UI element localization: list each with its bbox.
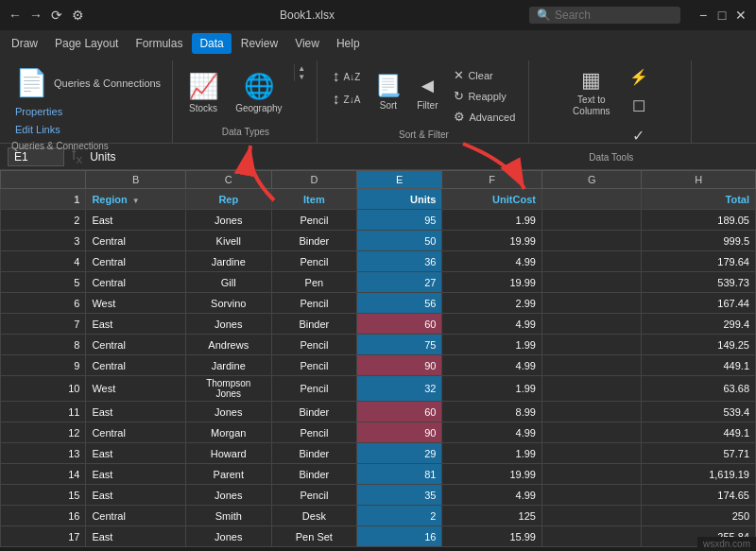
cell-e17[interactable]: 16 — [357, 526, 442, 547]
cell-b10[interactable]: West — [86, 376, 185, 402]
col-header-d[interactable]: D — [271, 171, 356, 189]
cell-e7[interactable]: 60 — [357, 314, 442, 335]
cell-d4[interactable]: Pencil — [271, 251, 356, 272]
cell-e14[interactable]: 81 — [357, 464, 442, 485]
col-header-b[interactable]: B — [86, 171, 185, 189]
cell-f2[interactable]: 1.99 — [442, 210, 541, 231]
cell-d3[interactable]: Binder — [271, 231, 356, 251]
menu-view[interactable]: View — [287, 33, 327, 54]
menu-draw[interactable]: Draw — [4, 33, 45, 54]
cell-e10[interactable]: 32 — [357, 376, 442, 402]
cell-d10[interactable]: Pencil — [271, 376, 356, 402]
cell-e12[interactable]: 90 — [357, 422, 442, 443]
cell-d8[interactable]: Pencil — [271, 335, 356, 355]
cell-g16[interactable]: 250 — [642, 506, 756, 526]
search-bar[interactable]: 🔍 — [529, 7, 680, 24]
sort-az-btn[interactable]: ↕ A↓Z — [327, 66, 367, 87]
cell-c5[interactable]: Gill — [185, 272, 271, 293]
menu-data[interactable]: Data — [192, 33, 231, 54]
cell-d11[interactable]: Binder — [271, 402, 356, 422]
cell-g3[interactable]: 999.5 — [642, 231, 756, 251]
cell-c13[interactable]: Howard — [185, 443, 271, 464]
cell-f15[interactable]: 4.99 — [442, 485, 541, 506]
cell-g6[interactable]: 167.44 — [642, 293, 756, 314]
cell-g9[interactable]: 449.1 — [642, 355, 756, 376]
flash-fill-btn[interactable]: ⚡ — [622, 64, 656, 90]
cell-f9[interactable]: 4.99 — [442, 355, 541, 376]
cell-g15[interactable]: 174.65 — [642, 485, 756, 506]
advanced-btn[interactable]: ⚙ Advanced — [448, 108, 521, 126]
cell-c3[interactable]: Kivell — [185, 231, 271, 251]
reapply-btn[interactable]: ↻ Reapply — [448, 87, 521, 105]
cell-g13[interactable]: 57.71 — [642, 443, 756, 464]
cell-f17[interactable]: 15.99 — [442, 526, 541, 547]
cell-f10[interactable]: 1.99 — [442, 376, 541, 402]
cell-e3[interactable]: 50 — [357, 231, 442, 251]
cell-f6[interactable]: 2.99 — [442, 293, 541, 314]
header-unitcost[interactable]: UnitCost — [442, 189, 541, 210]
cell-d7[interactable]: Binder — [271, 314, 356, 335]
cell-b5[interactable]: Central — [86, 272, 185, 293]
cell-d17[interactable]: Pen Set — [271, 526, 356, 547]
cell-c16[interactable]: Smith — [185, 506, 271, 526]
forward-btn[interactable]: → — [28, 8, 43, 23]
close-btn[interactable]: ✕ — [733, 8, 748, 23]
cell-g12[interactable]: 449.1 — [642, 422, 756, 443]
cell-g11[interactable]: 539.4 — [642, 402, 756, 422]
cell-c6[interactable]: Sorvino — [185, 293, 271, 314]
cell-f12[interactable]: 4.99 — [442, 422, 541, 443]
cell-b12[interactable]: Central — [86, 422, 185, 443]
cell-d14[interactable]: Binder — [271, 464, 356, 485]
cell-b8[interactable]: Central — [86, 335, 185, 355]
ribbon-btn-queries[interactable]: 📄 Queries & Connections — [11, 64, 164, 101]
cell-g4[interactable]: 179.64 — [642, 251, 756, 272]
cell-b3[interactable]: Central — [86, 231, 185, 251]
cell-b17[interactable]: East — [86, 526, 185, 547]
col-header-e[interactable]: E — [357, 171, 442, 189]
cell-b14[interactable]: East — [86, 464, 185, 485]
cell-f16[interactable]: 125 — [442, 506, 541, 526]
ribbon-btn-sort[interactable]: 📃 Sort — [369, 64, 406, 121]
cell-c9[interactable]: Jardine — [185, 355, 271, 376]
cell-f14[interactable]: 19.99 — [442, 464, 541, 485]
menu-page-layout[interactable]: Page Layout — [47, 33, 126, 54]
cell-d9[interactable]: Pencil — [271, 355, 356, 376]
menu-help[interactable]: Help — [329, 33, 368, 54]
col-header-c[interactable]: C — [185, 171, 271, 189]
cell-g5[interactable]: 539.73 — [642, 272, 756, 293]
header-total[interactable]: Total — [642, 189, 756, 210]
cell-g10[interactable]: 63.68 — [642, 376, 756, 402]
cell-g14[interactable]: 1,619.19 — [642, 464, 756, 485]
search-input[interactable] — [555, 9, 668, 22]
ribbon-btn-geography[interactable]: 🌐 Geography — [230, 64, 287, 121]
cell-b4[interactable]: Central — [86, 251, 185, 272]
ribbon-btn-stocks[interactable]: 📈 Stocks — [182, 64, 224, 121]
cell-e5[interactable]: 27 — [357, 272, 442, 293]
menu-review[interactable]: Review — [233, 33, 285, 54]
ribbon-btn-filter[interactable]: ◄ Filter — [410, 64, 444, 121]
cell-f7[interactable]: 4.99 — [442, 314, 541, 335]
cell-b15[interactable]: East — [86, 485, 185, 506]
header-rep[interactable]: Rep — [185, 189, 271, 210]
maximize-btn[interactable]: □ — [714, 8, 730, 23]
cell-f8[interactable]: 1.99 — [442, 335, 541, 355]
cell-f5[interactable]: 19.99 — [442, 272, 541, 293]
window-controls[interactable]: ← → ⟳ ⚙ — [8, 8, 85, 23]
cell-d15[interactable]: Pencil — [271, 485, 356, 506]
cell-c2[interactable]: Jones — [185, 210, 271, 231]
cell-e11[interactable]: 60 — [357, 402, 442, 422]
cell-g7[interactable]: 299.4 — [642, 314, 756, 335]
cell-g2[interactable]: 189.05 — [642, 210, 756, 231]
cell-d16[interactable]: Desk — [271, 506, 356, 526]
formula-input[interactable] — [90, 150, 748, 164]
cell-c11[interactable]: Jones — [185, 402, 271, 422]
cell-f13[interactable]: 1.99 — [442, 443, 541, 464]
col-header-g[interactable]: G — [541, 171, 641, 189]
cell-b11[interactable]: East — [86, 402, 185, 422]
quick-access-btn[interactable]: ⚙ — [70, 8, 85, 23]
cell-b16[interactable]: Central — [86, 506, 185, 526]
ribbon-btn-text-to-columns[interactable]: ▦ Text toColumns — [567, 64, 615, 121]
data-validation-btn[interactable]: ✓ — [622, 123, 656, 148]
cell-f3[interactable]: 19.99 — [442, 231, 541, 251]
ribbon-scroll-data-types[interactable]: ▲ ▼ — [294, 64, 309, 81]
